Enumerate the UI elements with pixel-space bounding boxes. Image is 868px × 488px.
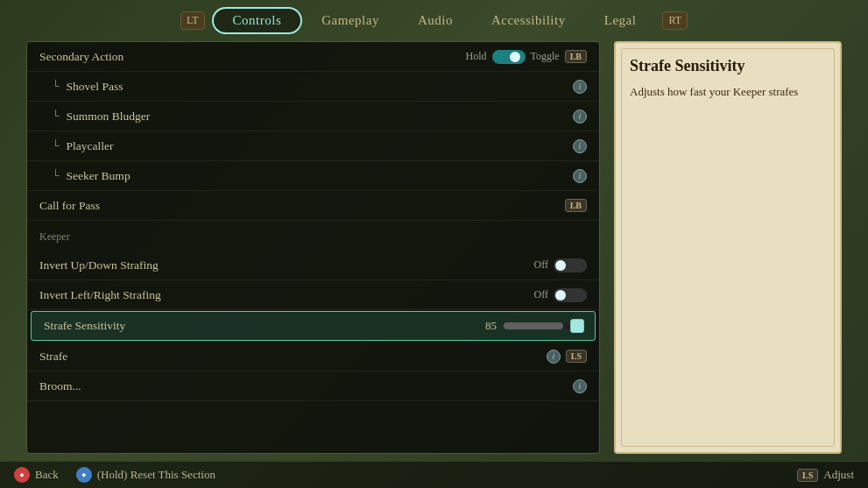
sub-indicator: └ (52, 80, 60, 93)
info-icon[interactable]: i (573, 110, 587, 124)
left-panel: Secondary Action Hold Toggle LB └ Shovel… (26, 41, 600, 454)
back-label: Back (35, 468, 59, 482)
hold-label: Hold (466, 50, 487, 63)
toggle-label: Toggle (531, 50, 560, 63)
setting-control: i (573, 379, 587, 393)
slider-thumb[interactable] (570, 319, 584, 333)
sub-indicator: └ (52, 110, 60, 123)
tab-legal[interactable]: Legal (585, 8, 656, 33)
setting-control: Hold Toggle LB (466, 50, 588, 64)
reset-action[interactable]: ● (Hold) Reset This Section (76, 467, 215, 483)
setting-strafe[interactable]: Strafe i LS (27, 342, 599, 371)
setting-invert-updown[interactable]: Invert Up/Down Strafing Off (27, 251, 599, 280)
sub-indicator: └ (52, 169, 60, 182)
main-container: LT Controls Gameplay Audio Accessibility… (0, 0, 868, 488)
setting-control: 85 (474, 319, 582, 333)
ls-adjust-badge: LS (797, 469, 818, 482)
slider-container: 85 (474, 319, 582, 333)
reset-label: (Hold) Reset This Section (97, 468, 215, 482)
adjust-hint: LS Adjust (797, 468, 854, 482)
setting-label: Secondary Action (39, 50, 466, 64)
setting-label: └ Playcaller (52, 139, 573, 153)
slider-track[interactable] (504, 322, 582, 329)
setting-control: i (573, 139, 587, 153)
setting-broom[interactable]: Broom... i (27, 371, 599, 401)
section-header-keeper: Keeper (27, 221, 599, 251)
lt-trigger[interactable]: LT (180, 11, 205, 30)
off-label: Off (534, 258, 548, 272)
setting-control: i (573, 169, 587, 183)
setting-label: Invert Left/Right Strafing (39, 288, 534, 302)
sub-indicator: └ (52, 139, 60, 152)
setting-control: LB (565, 199, 587, 212)
setting-label: Strafe Sensitivity (44, 319, 474, 333)
off-toggle[interactable] (554, 288, 587, 302)
setting-label: Broom... (39, 379, 573, 393)
setting-label: Strafe (39, 350, 547, 364)
tab-audio[interactable]: Audio (399, 8, 472, 33)
section-header-label: Keeper (39, 230, 70, 244)
setting-label: Invert Up/Down Strafing (39, 258, 534, 272)
tab-gameplay[interactable]: Gameplay (302, 8, 399, 33)
reset-button-icon[interactable]: ● (76, 467, 92, 483)
lb-badge: LB (565, 199, 587, 212)
setting-label: └ Seeker Bump (52, 169, 573, 183)
setting-control: i (573, 110, 587, 124)
tab-controls[interactable]: Controls (212, 7, 303, 34)
content-area: Secondary Action Hold Toggle LB └ Shovel… (0, 38, 868, 461)
tab-accessibility[interactable]: Accessibility (472, 8, 585, 33)
setting-control: Off (534, 258, 587, 272)
off-toggle[interactable] (554, 258, 587, 272)
ls-badge: LS (566, 350, 587, 363)
bottom-actions: ● Back ● (Hold) Reset This Section (14, 467, 215, 483)
setting-control: i (573, 80, 587, 94)
setting-control: i LS (547, 350, 587, 364)
setting-call-for-pass[interactable]: Call for Pass LB (27, 191, 599, 221)
adjust-label: Adjust (823, 468, 854, 482)
info-icon[interactable]: i (573, 379, 587, 393)
info-icon[interactable]: i (573, 139, 587, 153)
setting-shovel-pass[interactable]: └ Shovel Pass i (27, 72, 599, 102)
setting-control: Off (534, 288, 587, 302)
lb-badge: LB (565, 50, 587, 63)
setting-seeker-bump[interactable]: └ Seeker Bump i (27, 161, 599, 191)
off-label: Off (534, 288, 548, 301)
setting-label: └ Summon Bludger (52, 110, 573, 124)
setting-label: └ Shovel Pass (52, 80, 573, 94)
slider-value: 85 (474, 319, 497, 333)
info-panel-description: Adjusts how fast your Keeper strafes (630, 83, 826, 101)
back-button-icon[interactable]: ● (14, 467, 30, 483)
hold-toggle[interactable] (492, 50, 526, 64)
setting-secondary-action[interactable]: Secondary Action Hold Toggle LB (27, 42, 599, 72)
setting-playcaller[interactable]: └ Playcaller i (27, 131, 599, 161)
setting-strafe-sensitivity[interactable]: Strafe Sensitivity 85 (31, 311, 596, 341)
right-panel: Strafe Sensitivity Adjusts how fast your… (614, 41, 842, 454)
settings-list: Secondary Action Hold Toggle LB └ Shovel… (27, 42, 599, 453)
info-panel-title: Strafe Sensitivity (630, 57, 826, 76)
slider-fill (504, 322, 563, 329)
info-icon[interactable]: i (573, 169, 587, 183)
setting-summon-bludger[interactable]: └ Summon Bludger i (27, 102, 599, 131)
setting-label: Call for Pass (39, 199, 565, 213)
back-action[interactable]: ● Back (14, 467, 59, 483)
info-icon[interactable]: i (573, 80, 587, 94)
info-icon[interactable]: i (547, 350, 561, 364)
rt-trigger[interactable]: RT (662, 11, 688, 30)
setting-invert-leftright[interactable]: Invert Left/Right Strafing Off (27, 280, 599, 310)
bottom-bar: ● Back ● (Hold) Reset This Section LS Ad… (0, 461, 868, 488)
top-nav: LT Controls Gameplay Audio Accessibility… (0, 0, 868, 38)
